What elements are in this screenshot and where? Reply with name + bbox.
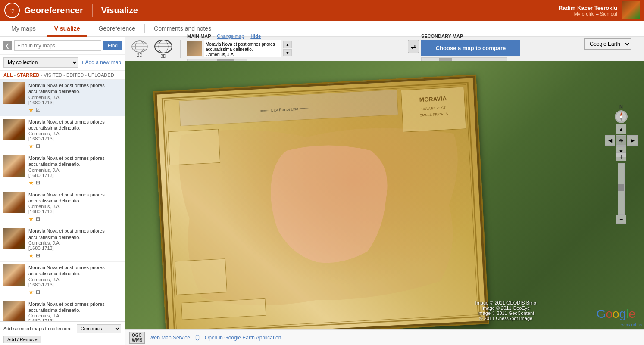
sidebar: ❮ Find My collection + Add a new map ALL…	[0, 37, 125, 345]
wms-url-link[interactable]: wms.url.as	[621, 323, 642, 327]
compare-button[interactable]: Choose a map to compare	[421, 40, 520, 56]
grid-icon[interactable]: ⊞	[36, 143, 40, 149]
zoom-slider[interactable]	[618, 163, 625, 215]
nav-right-button[interactable]: ▶	[627, 135, 638, 146]
star-icon[interactable]: ★	[28, 215, 34, 222]
star-icon[interactable]: ★	[28, 143, 34, 149]
sign-out-link[interactable]: Sign out	[600, 11, 617, 16]
sidebar-collapse-button[interactable]: ❮	[3, 41, 12, 50]
historic-map-overlay: MORAVIA NOVA ET POST OMNES PRIORES ═══ C…	[153, 75, 489, 329]
grid-icon[interactable]: ⊞	[36, 216, 40, 222]
check-icon[interactable]: ☑	[36, 107, 41, 113]
grid-icon[interactable]: ⊞	[36, 289, 40, 295]
nav-left-button[interactable]: ◀	[605, 135, 615, 146]
map-list-item[interactable]: Moravia Nova et post omnes priores accur…	[0, 80, 125, 116]
star-icon[interactable]: ★	[28, 252, 34, 259]
star-icon[interactable]: ★	[28, 179, 34, 186]
nav-tab-my-maps[interactable]: My maps	[4, 22, 43, 37]
find-button[interactable]: Find	[103, 41, 122, 50]
map-scroll-down-button[interactable]: ▼	[283, 49, 292, 56]
historic-map-svg: MORAVIA NOVA ET POST OMNES PRIORES ═══ C…	[157, 78, 486, 329]
zoom-out-button[interactable]: −	[616, 215, 626, 224]
hide-link[interactable]: Hide	[250, 34, 261, 39]
map-list-item[interactable]: Moravia Nova et post omnes priores accur…	[0, 225, 125, 262]
map-thumbnail	[3, 155, 25, 177]
grid-icon[interactable]: ⊞	[36, 180, 40, 186]
map-item-year: [1680-1713]	[28, 100, 121, 105]
star-icon[interactable]: ★	[28, 289, 34, 295]
view-3d-button[interactable]: 3D	[152, 38, 175, 59]
google-earth-link[interactable]: Open in Google Earth Application	[205, 335, 281, 341]
navigation-controls: N ▲ ◀ ⊕ ▶ ▼ +	[605, 104, 638, 215]
nav-center-button[interactable]: ⊕	[616, 135, 626, 146]
add-map-link[interactable]: + Add a new map	[81, 59, 121, 65]
map-item-year: [1680-1713]	[28, 318, 121, 321]
map-item-info: Moravia Nova et post omnes priores accur…	[28, 155, 121, 186]
view-3d-label: 3D	[161, 54, 166, 59]
star-icon[interactable]: ★	[28, 106, 34, 113]
map-item-info: Moravia Nova et post omnes priores accur…	[28, 264, 121, 295]
map-item-title: Moravia Nova et post omnes priores accur…	[28, 155, 121, 168]
collection-row: My collection + Add a new map	[0, 55, 125, 71]
filter-edited[interactable]: EDITED	[66, 72, 84, 78]
nav-tab-georeference[interactable]: Georeference	[91, 22, 142, 37]
map-year-in-dropdown: [1680-1713]	[206, 57, 280, 57]
map-scroll-up-button[interactable]: ▲	[283, 41, 292, 48]
add-remove-button[interactable]: Add / Remove	[3, 336, 41, 343]
map-select-row: Moravia Nova et post omnes priores accur…	[187, 40, 406, 57]
app-name: Georeferencer	[24, 6, 83, 16]
filter-starred[interactable]: STARRED	[17, 72, 39, 78]
map-item-year: [1680-1713]	[28, 136, 121, 141]
view-2d-label: 2D	[137, 53, 143, 58]
copyright-line-3: Image © 2011 GeoContent	[475, 311, 536, 316]
nav-divider-1	[45, 24, 45, 33]
map-item-icons: ★ ☑	[28, 106, 121, 113]
map-list-item[interactable]: Moravia Nova et post omnes priores accur…	[0, 152, 125, 189]
wms-link[interactable]: Web Map Service	[149, 335, 190, 341]
grid-icon[interactable]: ⊞	[36, 252, 40, 258]
change-map-link[interactable]: Change map	[217, 34, 244, 39]
search-input[interactable]	[14, 40, 101, 51]
zoom-in-button[interactable]: +	[616, 152, 626, 161]
view-2d-button[interactable]: 2D	[129, 39, 150, 59]
main-map-header: MAIN MAP - Change map Hide	[187, 34, 406, 39]
swap-area: ⇄	[408, 34, 419, 53]
map-list-item[interactable]: Moravia Nova et post omnes priores accur…	[0, 262, 125, 298]
filter-all[interactable]: ALL	[3, 72, 13, 78]
map-item-title: Moravia Nova et post omnes priores accur…	[28, 228, 121, 240]
map-item-info: Moravia Nova et post omnes priores accur…	[28, 119, 121, 150]
map-author-in-dropdown: Comenius, J.A.	[206, 52, 280, 57]
map-item-info: Moravia Nova et post omnes priores accur…	[28, 301, 121, 321]
user-link-sep: –	[596, 11, 600, 16]
map-item-author: Comenius, J.A.	[28, 131, 121, 136]
map-thumb-image	[3, 192, 25, 213]
google-earth-select[interactable]: Google Earth	[584, 38, 631, 50]
nav-up-button[interactable]: ▲	[616, 124, 626, 134]
swap-maps-button[interactable]: ⇄	[408, 40, 419, 53]
add-collection-select[interactable]: Comenius	[77, 324, 121, 333]
compass-control[interactable]	[615, 110, 628, 123]
zoom-slider-handle	[618, 184, 624, 191]
map-view[interactable]: MORAVIA NOVA ET POST OMNES PRIORES ═══ C…	[125, 61, 644, 329]
map-item-author: Comenius, J.A.	[28, 240, 121, 246]
filter-visited[interactable]: VISITED	[44, 72, 62, 78]
map-thumb-image	[3, 82, 25, 104]
header-section: Visualize	[101, 6, 138, 16]
map-list-item[interactable]: Moravia Nova et post omnes priores accur…	[0, 116, 125, 153]
map-thumbnail	[3, 301, 25, 321]
toolbar-all: MAIN MAP - Change map Hide Moravia Nova …	[187, 34, 640, 65]
globe-3d-icon	[154, 39, 173, 54]
filter-uploaded[interactable]: UPLOADED	[88, 72, 114, 78]
view-toggle: 2D 3D	[129, 38, 175, 59]
map-list-item[interactable]: Moravia Nova et post omnes priores accur…	[0, 189, 125, 226]
map-thumb-image	[3, 155, 25, 177]
my-profile-link[interactable]: My profile	[574, 11, 595, 16]
map-dropdown[interactable]: Moravia Nova et post omnes priores accur…	[204, 40, 281, 57]
map-thumbnail	[3, 192, 25, 213]
map-list-item[interactable]: Moravia Nova et post omnes priores accur…	[0, 298, 125, 321]
toolbar-left: 2D 3D	[129, 38, 183, 59]
map-item-title: Moravia Nova et post omnes priores accur…	[28, 264, 121, 277]
collection-select[interactable]: My collection	[3, 57, 78, 68]
nav-tab-visualize[interactable]: Visualize	[47, 22, 87, 37]
map-item-info: Moravia Nova et post omnes priores accur…	[28, 228, 121, 259]
